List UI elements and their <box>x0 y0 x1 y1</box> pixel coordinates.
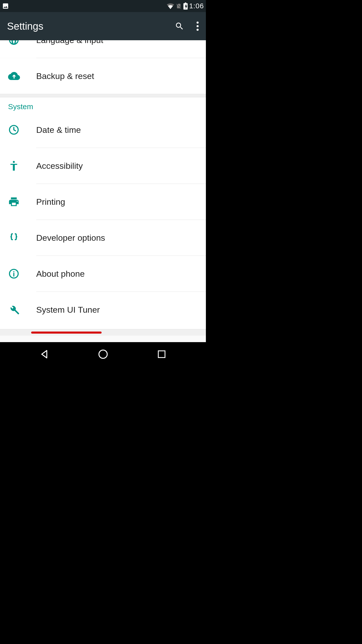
status-bar: 1:06 <box>0 0 206 12</box>
accessibility-icon <box>8 160 28 172</box>
settings-item-label: Developer options <box>36 233 105 243</box>
phone-screen: 1:06 Settings Language & input <box>0 0 206 366</box>
svg-point-7 <box>13 271 15 272</box>
settings-item-label: Backup & reset <box>36 71 94 81</box>
svg-point-4 <box>13 161 15 163</box>
cloud-upload-icon <box>8 70 28 82</box>
wrench-icon <box>8 304 28 315</box>
nav-recents-button[interactable] <box>152 344 172 364</box>
settings-item-backup-reset[interactable]: Backup & reset <box>0 58 206 94</box>
settings-item-date-time[interactable]: Date & time <box>0 112 206 148</box>
status-left <box>2 3 9 10</box>
svg-rect-9 <box>158 351 165 358</box>
partial-section: Language & input <box>0 40 206 58</box>
info-icon <box>8 268 28 279</box>
highlight-annotation <box>31 332 102 334</box>
globe-icon <box>8 40 28 46</box>
svg-point-8 <box>99 350 107 358</box>
battery-charging-icon <box>183 3 188 10</box>
search-icon <box>175 21 184 31</box>
no-sim-icon <box>176 3 182 10</box>
section-divider <box>0 94 206 97</box>
settings-item-label: Language & input <box>36 40 103 45</box>
home-circle-icon <box>98 349 109 360</box>
app-bar-actions <box>175 21 199 31</box>
clock-icon <box>8 124 28 136</box>
status-right: 1:06 <box>167 2 204 10</box>
settings-item-printing[interactable]: Printing <box>0 184 206 220</box>
section-header-system: System <box>0 97 206 112</box>
settings-list[interactable]: Language & input Backup & reset System D… <box>0 40 206 342</box>
personal-section-tail: Backup & reset <box>0 58 206 94</box>
app-bar: Settings <box>0 12 206 40</box>
settings-item-label: Printing <box>36 197 65 207</box>
nav-home-button[interactable] <box>93 344 113 364</box>
image-icon <box>2 3 9 10</box>
print-icon <box>8 196 28 208</box>
braces-icon <box>8 232 28 244</box>
overflow-menu-button[interactable] <box>196 21 199 31</box>
wifi-icon <box>167 3 174 9</box>
page-title: Settings <box>7 21 175 32</box>
settings-item-accessibility[interactable]: Accessibility <box>0 148 206 184</box>
search-button[interactable] <box>175 21 184 31</box>
status-time: 1:06 <box>189 2 204 10</box>
svg-point-1 <box>197 25 199 27</box>
svg-point-2 <box>197 29 199 31</box>
settings-item-system-ui-tuner[interactable]: System UI Tuner <box>0 292 206 328</box>
settings-item-about-phone[interactable]: About phone <box>0 256 206 292</box>
svg-point-0 <box>197 22 199 24</box>
more-vert-icon <box>196 21 199 31</box>
settings-item-label: About phone <box>36 269 85 279</box>
square-icon <box>157 349 167 359</box>
settings-item-language-input[interactable]: Language & input <box>0 40 111 58</box>
settings-item-developer-options[interactable]: Developer options <box>0 220 206 256</box>
section-divider <box>0 329 206 336</box>
system-section: System Date & time Accessibility Prin <box>0 97 206 329</box>
settings-item-label: Accessibility <box>36 161 83 171</box>
settings-item-label: Date & time <box>36 125 81 135</box>
back-icon <box>39 349 50 360</box>
nav-back-button[interactable] <box>34 344 55 364</box>
settings-item-label: System UI Tuner <box>36 305 100 315</box>
navigation-bar <box>0 342 206 366</box>
